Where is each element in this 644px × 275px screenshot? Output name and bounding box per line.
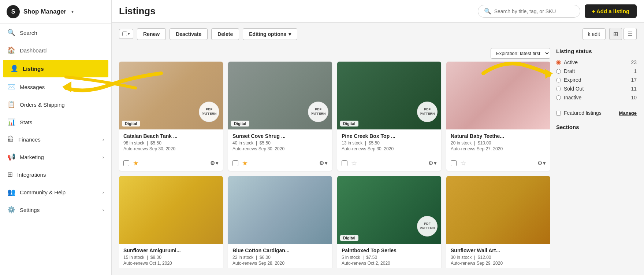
listing-checkbox[interactable] (451, 160, 457, 166)
shop-title-dropdown-icon[interactable]: ▾ (71, 9, 74, 14)
listing-actions: ☆ ⚙ ▾ (446, 156, 550, 171)
listing-card: PDFPATTERN Digital Catalan Beach Tank ..… (119, 62, 223, 171)
deactivate-button[interactable]: Deactivate (170, 28, 208, 40)
listing-image: PDFPATTERN Digital (119, 62, 223, 129)
view-toggle: ⊞ ☰ (609, 28, 637, 40)
gear-button[interactable]: ⚙ ▾ (210, 160, 219, 166)
radio-input-inactive[interactable] (556, 95, 561, 100)
search-icon: 🔍 (484, 8, 491, 15)
status-radio-active[interactable]: Active 23 (556, 58, 637, 67)
search-box[interactable]: 🔍 (478, 5, 580, 18)
sidebar-item-messages[interactable]: ✉️ Messages (0, 78, 111, 96)
grid-view-button[interactable]: ⊞ (609, 28, 622, 40)
sidebar-item-label: Listings (23, 66, 44, 72)
page-title: Listings (119, 6, 156, 17)
list-view-button[interactable]: ☰ (623, 28, 637, 40)
sidebar-item-label: Integrations (17, 172, 46, 178)
gear-dropdown-icon[interactable]: ▾ (216, 160, 219, 166)
sidebar-item-label: Finances (18, 136, 41, 143)
listing-title: Sunflower Wall Art... (451, 247, 546, 253)
star-button[interactable]: ★ (133, 159, 139, 167)
quick-edit-button[interactable]: k edit (582, 28, 606, 40)
pdf-badge: PDFPATTERN (308, 102, 328, 122)
gear-button[interactable]: ⚙ ▾ (428, 160, 437, 166)
shop-title: Shop Manager (23, 8, 66, 15)
featured-checkbox[interactable] (556, 111, 561, 115)
listing-checkbox[interactable] (232, 160, 238, 166)
editing-options-button[interactable]: Editing options ▾ (243, 28, 297, 40)
radio-input-draft[interactable] (556, 69, 561, 74)
pdf-badge: PDFPATTERN (417, 216, 438, 236)
listing-title: Paintboxed Top Series (342, 247, 437, 253)
sort-select[interactable]: Expiration: latest first (491, 48, 550, 59)
sidebar-item-settings[interactable]: ⚙️ Settings › (0, 201, 111, 219)
radio-input-expired[interactable] (556, 78, 561, 82)
sidebar-item-search[interactable]: 🔍 Search (0, 24, 111, 41)
listing-card: Natural Baby Teethe... 20 in stock | $10… (446, 62, 550, 171)
gear-dropdown-icon[interactable]: ▾ (325, 160, 328, 166)
listing-card: Sunflower Amigurumi... 15 in stock | $8.… (119, 176, 223, 268)
delete-button[interactable]: Delete (211, 28, 239, 40)
listing-image (446, 176, 550, 244)
marketing-icon: 📢 (7, 153, 15, 161)
listing-renew: Auto-renews Sep 30, 2020 (342, 146, 437, 151)
gear-dropdown-icon[interactable]: ▾ (434, 160, 437, 166)
sidebar-item-orders[interactable]: 📋 Orders & Shipping (0, 96, 111, 113)
gear-button[interactable]: ⚙ ▾ (319, 160, 328, 166)
select-all-checkbox[interactable]: ▾ (119, 29, 133, 39)
gear-button[interactable]: ⚙ ▾ (537, 160, 546, 166)
listing-renew: Auto-renews Sep 27, 2020 (451, 146, 546, 151)
search-input[interactable] (494, 8, 574, 14)
radio-input-sold_out[interactable] (556, 87, 561, 91)
listing-checkbox[interactable] (123, 160, 129, 166)
listing-meta: 15 in stock | $8.00 (123, 255, 219, 260)
pdf-badge: PDFPATTERN (199, 102, 219, 122)
sidebar-item-listings[interactable]: 👤 Listings (3, 60, 108, 77)
select-all-input[interactable] (122, 32, 127, 36)
sidebar-item-finances[interactable]: 🏛 Finances › (0, 131, 111, 148)
sidebar-item-arrow: › (103, 154, 104, 160)
listing-actions: ★ ⚙ ▾ (119, 156, 223, 171)
gear-dropdown-icon[interactable]: ▾ (543, 160, 546, 166)
status-radio-sold_out[interactable]: Sold Out 11 (556, 84, 637, 93)
listings-grid-area: Expiration: latest first PDFPATTERN Digi… (119, 45, 550, 268)
dashboard-icon: 🏠 (7, 46, 15, 54)
status-radio-expired[interactable]: Expired 17 (556, 76, 637, 84)
sidebar-item-community[interactable]: 👥 Community & Help › (0, 183, 111, 201)
sidebar-header[interactable]: S Shop Manager ▾ (0, 0, 111, 24)
sections-title: Sections (556, 124, 637, 130)
status-radio-inactive[interactable]: Inactive 10 (556, 93, 637, 102)
status-radio-draft[interactable]: Draft 1 (556, 67, 637, 76)
featured-section: Featured listings Manage (556, 109, 637, 117)
right-panel: Listing status Active 23 Draft 1 Expired… (556, 45, 637, 268)
listing-checkbox[interactable] (342, 160, 347, 166)
sidebar-item-label: Messages (20, 84, 45, 90)
listing-actions: ☆ ⚙ ▾ (337, 156, 441, 171)
select-all-dropdown-icon[interactable]: ▾ (128, 32, 130, 36)
sidebar-item-integrations[interactable]: ⊞ Integrations (0, 166, 111, 183)
star-button[interactable]: ☆ (460, 159, 466, 167)
radio-input-active[interactable] (556, 60, 561, 65)
finances-icon: 🏛 (7, 136, 14, 143)
messages-icon: ✉️ (7, 83, 15, 91)
topbar-right: 🔍 + Add a listing (478, 4, 637, 18)
toolbar: ▾ Renew Deactivate Delete Editing option… (112, 23, 644, 45)
sidebar-item-stats[interactable]: 📊 Stats (0, 113, 111, 131)
listing-info: Natural Baby Teethe... 20 in stock | $10… (446, 129, 550, 154)
featured-checkbox-item[interactable]: Featured listings Manage (556, 109, 637, 117)
add-listing-button[interactable]: + Add a listing (585, 4, 637, 18)
listing-renew: Auto-renews Sep 30, 2020 (232, 146, 328, 151)
renew-button[interactable]: Renew (137, 28, 166, 40)
listing-card: PDFPATTERN Digital Paintboxed Top Series… (337, 176, 441, 268)
star-button[interactable]: ☆ (351, 159, 357, 167)
sidebar-item-label: Community & Help (20, 189, 66, 195)
listing-status-section: Listing status Active 23 Draft 1 Expired… (556, 48, 637, 102)
featured-manage-link[interactable]: Manage (619, 110, 637, 116)
integrations-icon: ⊞ (7, 170, 13, 179)
sidebar-item-marketing[interactable]: 📢 Marketing › (0, 148, 111, 166)
digital-badge: Digital (231, 121, 249, 126)
listing-title: Sunset Cove Shrug ... (232, 133, 328, 139)
star-button[interactable]: ★ (242, 159, 248, 167)
listing-actions: ★ ⚙ ▾ (228, 156, 332, 171)
sidebar-item-dashboard[interactable]: 🏠 Dashboard (0, 41, 111, 59)
